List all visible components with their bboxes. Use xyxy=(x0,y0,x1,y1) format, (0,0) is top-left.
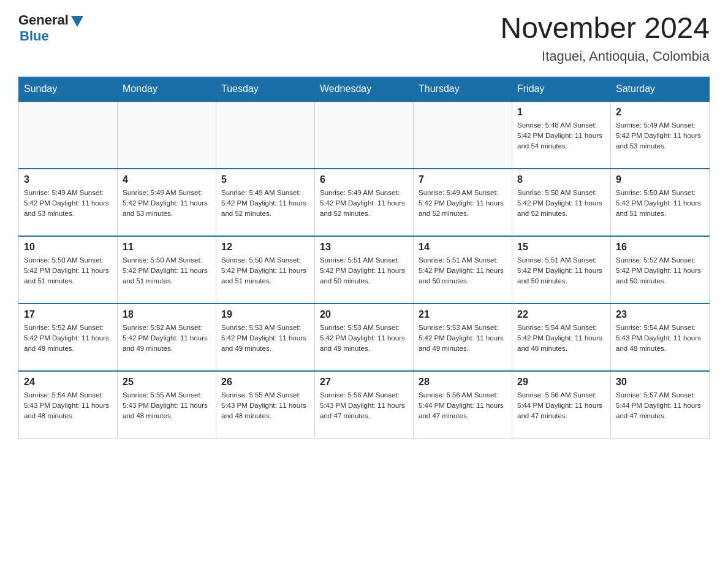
calendar-cell xyxy=(414,101,512,169)
calendar-header-friday: Friday xyxy=(512,77,611,101)
day-info: Sunrise: 5:50 AM Sunset: 5:42 PM Dayligh… xyxy=(221,255,309,287)
day-info: Sunrise: 5:56 AM Sunset: 5:44 PM Dayligh… xyxy=(419,390,507,422)
day-info: Sunrise: 5:52 AM Sunset: 5:42 PM Dayligh… xyxy=(123,323,211,354)
day-number: 22 xyxy=(517,309,605,320)
calendar-header-monday: Monday xyxy=(118,77,216,101)
day-info: Sunrise: 5:49 AM Sunset: 5:42 PM Dayligh… xyxy=(616,120,704,152)
day-number: 18 xyxy=(123,309,211,320)
day-info: Sunrise: 5:48 AM Sunset: 5:42 PM Dayligh… xyxy=(517,120,605,152)
day-info: Sunrise: 5:49 AM Sunset: 5:42 PM Dayligh… xyxy=(221,188,309,220)
calendar-cell: 30Sunrise: 5:57 AM Sunset: 5:44 PM Dayli… xyxy=(611,371,710,439)
calendar-cell: 18Sunrise: 5:52 AM Sunset: 5:42 PM Dayli… xyxy=(118,304,216,371)
calendar-week-2: 3Sunrise: 5:49 AM Sunset: 5:42 PM Daylig… xyxy=(19,169,710,236)
calendar-cell: 21Sunrise: 5:53 AM Sunset: 5:42 PM Dayli… xyxy=(414,304,512,371)
calendar-cell: 17Sunrise: 5:52 AM Sunset: 5:42 PM Dayli… xyxy=(19,304,118,371)
day-number: 27 xyxy=(320,377,408,388)
calendar-cell: 6Sunrise: 5:49 AM Sunset: 5:42 PM Daylig… xyxy=(315,169,414,236)
day-number: 30 xyxy=(616,377,704,388)
day-number: 21 xyxy=(419,309,507,320)
month-title: November 2024 xyxy=(500,12,710,45)
calendar-cell: 1Sunrise: 5:48 AM Sunset: 5:42 PM Daylig… xyxy=(512,101,611,169)
day-info: Sunrise: 5:50 AM Sunset: 5:42 PM Dayligh… xyxy=(123,255,211,287)
day-number: 12 xyxy=(221,242,309,253)
day-info: Sunrise: 5:51 AM Sunset: 5:42 PM Dayligh… xyxy=(419,255,507,287)
logo-blue-text: Blue xyxy=(20,28,49,44)
calendar-table: SundayMondayTuesdayWednesdayThursdayFrid… xyxy=(18,77,710,439)
calendar-cell xyxy=(118,101,216,169)
calendar-header-wednesday: Wednesday xyxy=(315,77,414,101)
day-info: Sunrise: 5:57 AM Sunset: 5:44 PM Dayligh… xyxy=(616,390,704,422)
calendar-cell: 7Sunrise: 5:49 AM Sunset: 5:42 PM Daylig… xyxy=(414,169,512,236)
calendar-cell: 12Sunrise: 5:50 AM Sunset: 5:42 PM Dayli… xyxy=(216,236,315,304)
logo-triangle-icon xyxy=(71,16,83,27)
calendar-cell: 11Sunrise: 5:50 AM Sunset: 5:42 PM Dayli… xyxy=(118,236,216,304)
day-info: Sunrise: 5:53 AM Sunset: 5:42 PM Dayligh… xyxy=(221,323,309,354)
calendar-cell: 14Sunrise: 5:51 AM Sunset: 5:42 PM Dayli… xyxy=(414,236,512,304)
day-info: Sunrise: 5:49 AM Sunset: 5:42 PM Dayligh… xyxy=(24,188,112,220)
calendar-header-thursday: Thursday xyxy=(414,77,512,101)
calendar-cell: 3Sunrise: 5:49 AM Sunset: 5:42 PM Daylig… xyxy=(19,169,118,236)
logo-general-text: General xyxy=(18,12,69,28)
calendar-cell: 26Sunrise: 5:55 AM Sunset: 5:43 PM Dayli… xyxy=(216,371,315,439)
calendar-cell xyxy=(216,101,315,169)
location-title: Itaguei, Antioquia, Colombia xyxy=(500,48,710,64)
day-info: Sunrise: 5:52 AM Sunset: 5:42 PM Dayligh… xyxy=(616,255,704,287)
calendar-week-5: 24Sunrise: 5:54 AM Sunset: 5:43 PM Dayli… xyxy=(19,371,710,439)
day-number: 26 xyxy=(221,377,309,388)
day-info: Sunrise: 5:55 AM Sunset: 5:43 PM Dayligh… xyxy=(221,390,309,422)
calendar-cell: 8Sunrise: 5:50 AM Sunset: 5:42 PM Daylig… xyxy=(512,169,611,236)
calendar-week-4: 17Sunrise: 5:52 AM Sunset: 5:42 PM Dayli… xyxy=(19,304,710,371)
day-number: 3 xyxy=(24,174,112,185)
day-number: 8 xyxy=(517,174,605,185)
day-number: 19 xyxy=(221,309,309,320)
calendar-cell: 4Sunrise: 5:49 AM Sunset: 5:42 PM Daylig… xyxy=(118,169,216,236)
calendar-cell: 29Sunrise: 5:56 AM Sunset: 5:44 PM Dayli… xyxy=(512,371,611,439)
calendar-cell: 23Sunrise: 5:54 AM Sunset: 5:43 PM Dayli… xyxy=(611,304,710,371)
day-info: Sunrise: 5:52 AM Sunset: 5:42 PM Dayligh… xyxy=(24,323,112,354)
day-info: Sunrise: 5:55 AM Sunset: 5:43 PM Dayligh… xyxy=(123,390,211,422)
day-number: 29 xyxy=(517,377,605,388)
day-number: 13 xyxy=(320,242,408,253)
day-info: Sunrise: 5:53 AM Sunset: 5:42 PM Dayligh… xyxy=(320,323,408,354)
day-info: Sunrise: 5:50 AM Sunset: 5:42 PM Dayligh… xyxy=(24,255,112,287)
day-number: 4 xyxy=(123,174,211,185)
calendar-cell: 10Sunrise: 5:50 AM Sunset: 5:42 PM Dayli… xyxy=(19,236,118,304)
day-number: 5 xyxy=(221,174,309,185)
day-number: 10 xyxy=(24,242,112,253)
calendar-cell: 19Sunrise: 5:53 AM Sunset: 5:42 PM Dayli… xyxy=(216,304,315,371)
calendar-header-saturday: Saturday xyxy=(611,77,710,101)
calendar-header-sunday: Sunday xyxy=(19,77,118,101)
calendar-header-row: SundayMondayTuesdayWednesdayThursdayFrid… xyxy=(19,77,710,101)
calendar-cell: 27Sunrise: 5:56 AM Sunset: 5:43 PM Dayli… xyxy=(315,371,414,439)
calendar-cell: 5Sunrise: 5:49 AM Sunset: 5:42 PM Daylig… xyxy=(216,169,315,236)
calendar-week-3: 10Sunrise: 5:50 AM Sunset: 5:42 PM Dayli… xyxy=(19,236,710,304)
day-number: 6 xyxy=(320,174,408,185)
calendar-cell: 24Sunrise: 5:54 AM Sunset: 5:43 PM Dayli… xyxy=(19,371,118,439)
day-number: 2 xyxy=(616,107,704,118)
day-info: Sunrise: 5:56 AM Sunset: 5:43 PM Dayligh… xyxy=(320,390,408,422)
calendar-cell: 20Sunrise: 5:53 AM Sunset: 5:42 PM Dayli… xyxy=(315,304,414,371)
calendar-cell: 22Sunrise: 5:54 AM Sunset: 5:42 PM Dayli… xyxy=(512,304,611,371)
day-info: Sunrise: 5:53 AM Sunset: 5:42 PM Dayligh… xyxy=(419,323,507,354)
calendar-week-1: 1Sunrise: 5:48 AM Sunset: 5:42 PM Daylig… xyxy=(19,101,710,169)
day-info: Sunrise: 5:54 AM Sunset: 5:43 PM Dayligh… xyxy=(616,323,704,354)
day-info: Sunrise: 5:56 AM Sunset: 5:44 PM Dayligh… xyxy=(517,390,605,422)
page-header: General Blue November 2024 Itaguei, Anti… xyxy=(18,12,710,64)
calendar-cell: 13Sunrise: 5:51 AM Sunset: 5:42 PM Dayli… xyxy=(315,236,414,304)
calendar-cell xyxy=(19,101,118,169)
day-info: Sunrise: 5:50 AM Sunset: 5:42 PM Dayligh… xyxy=(517,188,605,220)
title-section: November 2024 Itaguei, Antioquia, Colomb… xyxy=(500,12,710,64)
calendar-cell xyxy=(315,101,414,169)
day-info: Sunrise: 5:49 AM Sunset: 5:42 PM Dayligh… xyxy=(123,188,211,220)
calendar-cell: 28Sunrise: 5:56 AM Sunset: 5:44 PM Dayli… xyxy=(414,371,512,439)
day-info: Sunrise: 5:49 AM Sunset: 5:42 PM Dayligh… xyxy=(320,188,408,220)
day-number: 25 xyxy=(123,377,211,388)
day-info: Sunrise: 5:54 AM Sunset: 5:42 PM Dayligh… xyxy=(517,323,605,354)
day-number: 15 xyxy=(517,242,605,253)
calendar-cell: 25Sunrise: 5:55 AM Sunset: 5:43 PM Dayli… xyxy=(118,371,216,439)
day-number: 24 xyxy=(24,377,112,388)
day-info: Sunrise: 5:54 AM Sunset: 5:43 PM Dayligh… xyxy=(24,390,112,422)
day-number: 17 xyxy=(24,309,112,320)
day-number: 1 xyxy=(517,107,605,118)
day-number: 11 xyxy=(123,242,211,253)
